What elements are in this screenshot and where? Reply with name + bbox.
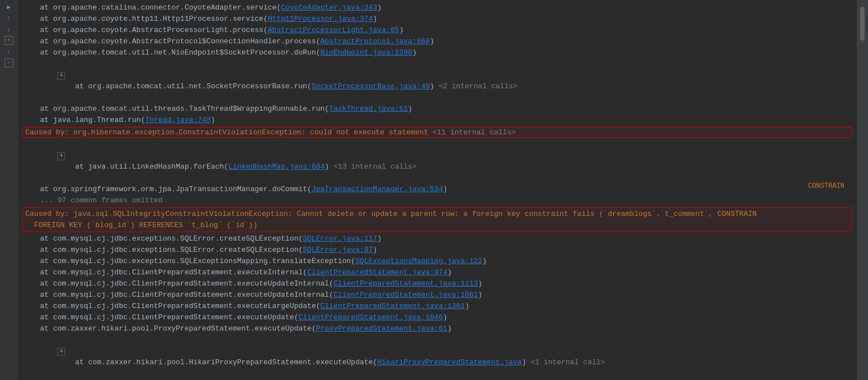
gutter-icon-down[interactable]: ↓ [4,25,13,34]
constrain-label: CONSTRAIN [808,182,844,190]
gutter-icon-down2[interactable]: ↓ [4,47,13,56]
stack-link[interactable]: ClientPreparedStatement.java:1061 [334,291,478,299]
stack-link[interactable]: AbstractProcessorLight.java:65 [268,26,399,34]
stack-link[interactable]: ClientPreparedStatement.java:974 [307,268,447,277]
code-area: at org.apache.catalina.connector.CoyoteA… [18,0,857,380]
stack-line: + at java.util.LinkedHashMap.forEach(Lin… [22,139,852,184]
stack-line: at com.mysql.cj.jdbc.ClientPreparedState… [22,289,852,301]
gutter-icon-minus[interactable]: − [4,58,13,67]
stack-link[interactable]: LinkedHashMap.java:684 [229,162,325,171]
caused-by-2-highlight: Caused by: java.sql.SQLIntegrityConstrai… [22,207,852,232]
scrollbar-thumb[interactable] [860,7,865,40]
stack-link[interactable]: ClientPreparedStatement.java:1113 [334,279,478,288]
stack-link[interactable]: ClientPreparedStatement.java:1381 [321,302,465,310]
stack-link[interactable]: JpaTransactionManager.java:534 [312,185,443,193]
stack-line: at org.apache.coyote.http11.Http11Proces… [22,13,852,25]
gutter-icon-expand1[interactable]: + [4,36,13,45]
expand-btn[interactable]: + [57,72,65,80]
caused-by-1-highlight: Caused by: org.hibernate.exception.Const… [22,127,852,138]
stack-line: at java.lang.Thread.run(Thread.java:748) [22,115,852,126]
stack-line: at com.mysql.cj.jdbc.exceptions.SQLExcep… [22,256,852,267]
left-gutter: ▶ ↑ ↓ + ↓ − [0,0,18,380]
stack-line: at org.springframework.orm.jpa.JpaTransa… [22,184,852,195]
stack-line: + at com.zaxxer.hikari.pool.HikariProxyP… [22,334,852,379]
stack-line: at org.apache.tomcat.util.net.NioEndpoin… [22,47,852,58]
gutter-icon-arrow[interactable]: ▶ [4,2,13,11]
stack-line: at com.mysql.cj.jdbc.exceptions.SQLError… [22,245,852,256]
caused-by-2-line1: Caused by: java.sql.SQLIntegrityConstrai… [23,209,852,220]
stack-line: ... 97 common frames omitted [22,195,852,206]
stack-link[interactable]: AbstractProtocol.java:868 [321,37,430,46]
stack-link[interactable]: Thread.java:748 [145,116,211,124]
stack-line: at org.apache.catalina.connector.CoyoteA… [22,2,852,13]
expand-btn[interactable]: + [57,152,65,160]
stack-line: at com.zaxxer.hikari.pool.ProxyPreparedS… [22,323,852,334]
right-panel [857,0,868,380]
stack-line: at com.mysql.cj.jdbc.ClientPreparedState… [22,312,852,323]
main-content: at org.apache.catalina.connector.CoyoteA… [18,0,857,380]
stack-link[interactable]: HikariProxyPreparedStatement.java [377,358,522,367]
stack-line: at com.mysql.cj.jdbc.exceptions.SQLError… [22,233,852,245]
stack-link[interactable]: CoyoteAdapter.java:343 [281,3,377,12]
expand-btn[interactable]: + [57,348,65,356]
stack-line: at org.apache.coyote.AbstractProcessorLi… [22,25,852,36]
stack-line: at com.mysql.cj.jdbc.ClientPreparedState… [22,267,852,278]
stack-link[interactable]: SQLExceptionsMapping.java:122 [355,257,482,265]
stack-link[interactable]: SocketProcessorBase.java:49 [312,82,430,91]
stack-link[interactable]: SQLError.java:117 [303,234,377,243]
stack-link[interactable]: Http11Processor.java:374 [268,15,373,23]
stack-line: at com.mysql.cj.jdbc.ClientPreparedState… [22,301,852,312]
stack-link[interactable]: NioEndpoint.java:1590 [321,48,413,57]
stack-link[interactable]: ClientPreparedStatement.java:1046 [298,313,442,322]
caused-by-2-line2: FOREIGN KEY (`blog_id`) REFERENCES `t_bl… [23,220,852,231]
stack-link[interactable]: TaskThread.java:61 [329,105,408,113]
gutter-icon-up[interactable]: ↑ [4,13,13,22]
stack-link[interactable]: ProxyPreparedStatement.java:61 [316,324,447,333]
stack-line: at org.apache.coyote.AbstractProtocol$Co… [22,36,852,47]
stack-line: at com.mysql.cj.jdbc.ClientPreparedState… [22,278,852,289]
stack-line: + at org.apache.tomcat.util.net.SocketPr… [22,58,852,103]
stack-link[interactable]: SQLError.java:97 [303,246,373,254]
stack-line: at org.apache.tomcat.util.threads.TaskTh… [22,103,852,115]
